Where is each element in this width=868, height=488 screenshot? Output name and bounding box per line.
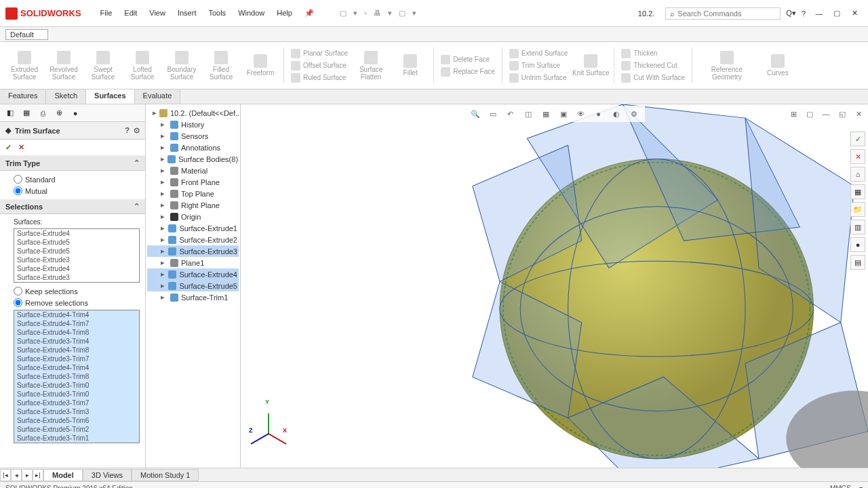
bottom-tab-motion[interactable]: Motion Study 1 xyxy=(132,469,199,481)
freeform-button[interactable]: Freeform xyxy=(241,45,279,86)
filled-surface-button[interactable]: Filled Surface xyxy=(202,45,240,86)
units-label[interactable]: MMGS xyxy=(830,485,851,488)
planar-surface-button[interactable]: Planar Surface xyxy=(288,48,351,59)
ok-button[interactable]: ✓ xyxy=(5,143,12,152)
print-icon[interactable]: 🖶 xyxy=(374,9,381,18)
tree-item[interactable]: ▸Surface-Trim1 xyxy=(147,291,239,303)
list-item[interactable]: Surface-Extrude4 xyxy=(14,229,139,238)
view-palette-icon[interactable]: ▥ xyxy=(850,220,865,235)
mutual-radio[interactable]: Mutual xyxy=(14,185,140,197)
list-item[interactable]: Surface-Extrude5 xyxy=(14,238,139,247)
design-library-icon[interactable]: ▦ xyxy=(850,184,865,199)
section-view-icon[interactable]: ◫ xyxy=(521,107,535,121)
save-icon[interactable]: ▫ xyxy=(364,9,367,18)
list-item[interactable]: Surface-Extrude3-Trim4 xyxy=(14,337,139,346)
keep-selections-radio[interactable]: Keep selections xyxy=(14,285,140,297)
edit-appearance-icon[interactable]: ● xyxy=(592,107,606,121)
list-item[interactable]: Surface-Extrude4 xyxy=(14,264,139,273)
list-item[interactable]: Surface-Extrude3-Trim7 xyxy=(14,354,139,363)
cancel-button[interactable]: ✕ xyxy=(18,143,24,152)
list-item[interactable]: Surface-Extrude3 xyxy=(14,256,139,264)
close-icon[interactable]: ✕ xyxy=(846,7,863,20)
settings-icon[interactable]: ▾ xyxy=(412,9,416,18)
search-dropdown-icon[interactable]: Q▾ xyxy=(786,9,796,18)
file-explorer-icon[interactable]: 📁 xyxy=(850,202,865,217)
list-item[interactable]: Surface-Extrude3-Trim3 xyxy=(14,407,139,416)
list-item[interactable]: Surface-Extrude3-Trim0 xyxy=(14,390,139,399)
tree-item[interactable]: ▸Surface-Extrude2 xyxy=(147,234,239,245)
dim-tab-icon[interactable]: ⊕ xyxy=(52,106,66,120)
tab-evaluate[interactable]: Evaluate xyxy=(135,89,181,104)
list-item[interactable]: Surface-Extrude4-Trim8 xyxy=(14,346,139,354)
extruded-surface-button[interactable]: Extruded Surface xyxy=(5,45,43,86)
list-item[interactable]: Surface-Extrude4-Trim7 xyxy=(14,319,139,328)
zoom-area-icon[interactable]: ▭ xyxy=(486,107,500,121)
knit-surface-button[interactable]: Knit Surface xyxy=(572,45,610,86)
pin-icon[interactable]: 📌 xyxy=(299,6,319,20)
reference-geometry-button[interactable]: Reference Geometry xyxy=(696,45,757,86)
custom-props-icon[interactable]: ▤ xyxy=(850,255,865,270)
replace-face-button[interactable]: Replace Face xyxy=(438,66,498,77)
pin-panel-icon[interactable]: ⊙ xyxy=(134,126,140,135)
search-input[interactable] xyxy=(677,9,766,18)
search-commands[interactable]: ⌕ xyxy=(665,7,781,20)
hide-show-icon[interactable]: 👁 xyxy=(574,107,588,121)
tree-item[interactable]: ▸Surface Bodies(8) xyxy=(147,153,239,165)
vp-link-icon[interactable]: ⊞ xyxy=(787,107,800,121)
resources-icon[interactable]: ⌂ xyxy=(850,167,865,182)
menu-view[interactable]: View xyxy=(144,6,171,20)
boundary-surface-button[interactable]: Boundary Surface xyxy=(163,45,201,86)
tree-item[interactable]: ▸Plane1 xyxy=(147,257,239,268)
rebuild-icon[interactable]: ▢ xyxy=(399,9,406,18)
surface-flatten-button[interactable]: Surface Flatten xyxy=(352,45,390,86)
appearances-icon[interactable]: ● xyxy=(850,237,865,252)
tree-item[interactable]: ▸Surface-Extrude4 xyxy=(147,268,239,280)
tab-nav-last-icon[interactable]: ▸| xyxy=(33,469,43,481)
menu-window[interactable]: Window xyxy=(233,6,270,20)
tree-item[interactable]: ▸Front Plane xyxy=(147,176,239,188)
tree-root[interactable]: ▸ 10.2. (Default<<Def... xyxy=(147,107,239,119)
surfaces-listbox[interactable]: Surface-Extrude4Surface-Extrude5Surface-… xyxy=(14,228,140,283)
tab-surfaces[interactable]: Surfaces xyxy=(86,89,134,104)
standard-radio[interactable]: Standard xyxy=(14,174,140,185)
selections-header[interactable]: Selections⌃ xyxy=(0,199,145,214)
appearance-tab-icon[interactable]: ● xyxy=(68,106,83,120)
fillet-button[interactable]: Fillet xyxy=(391,45,429,86)
vp-restore-icon[interactable]: ◱ xyxy=(835,107,849,121)
vp-minimize-icon[interactable]: — xyxy=(819,107,833,121)
help-panel-icon[interactable]: ? xyxy=(125,126,130,135)
list-item[interactable]: Surface-Extrude3-Trim8 xyxy=(14,372,139,381)
view-triad[interactable]: Y X Z xyxy=(248,400,288,441)
vp-close-icon[interactable]: ✕ xyxy=(852,107,865,121)
tab-nav-prev-icon[interactable]: ◂ xyxy=(11,469,22,481)
menu-insert[interactable]: Insert xyxy=(172,6,202,20)
list-item[interactable]: Surface-Extrude5-Trim6 xyxy=(14,416,139,425)
list-item[interactable]: Surface-Extrude4-Trim4 xyxy=(14,363,139,372)
menu-edit[interactable]: Edit xyxy=(119,6,142,20)
display-style-icon[interactable]: ▣ xyxy=(557,107,570,121)
maximize-icon[interactable]: ▢ xyxy=(829,7,845,20)
offset-surface-button[interactable]: Offset Surface xyxy=(288,60,351,71)
minimize-icon[interactable]: — xyxy=(811,7,827,20)
tree-item[interactable]: ▸Annotations xyxy=(147,142,239,153)
open-icon[interactable]: ▾ xyxy=(353,9,357,18)
ruled-surface-button[interactable]: Ruled Surface xyxy=(288,73,351,83)
thickened-cut-button[interactable]: Thickened Cut xyxy=(618,60,688,71)
viewport[interactable]: 🔍 ▭ ↶ ◫ ▦ ▣ 👁 ● ◐ ⚙ ⊞ ▢ — ◱ ✕ ✓ ✕ ⌂ ▦ 📁 … xyxy=(241,104,868,468)
tree-item[interactable]: ▸Origin xyxy=(147,211,239,222)
tree-item[interactable]: ▸Top Plane xyxy=(147,188,239,199)
tab-nav-next-icon[interactable]: ▸ xyxy=(22,469,33,481)
tree-item[interactable]: ▸Right Plane xyxy=(147,199,239,211)
confirm-corner-ok-icon[interactable]: ✓ xyxy=(850,131,865,146)
zoom-fit-icon[interactable]: 🔍 xyxy=(469,107,482,121)
extend-surface-button[interactable]: Extend Surface xyxy=(507,48,570,59)
list-item[interactable]: Surface-Extrude3-Trim1 xyxy=(14,434,139,443)
swept-surface-button[interactable]: Swept Surface xyxy=(84,45,122,86)
list-item[interactable]: Surface-Extrude5 xyxy=(14,247,139,256)
vp-maximize-icon[interactable]: ▢ xyxy=(803,107,816,121)
list-item[interactable]: Surface-Extrude3-Trim7 xyxy=(14,399,139,407)
trim-surface-button[interactable]: Trim Surface xyxy=(507,60,570,71)
bottom-tab-model[interactable]: Model xyxy=(43,469,83,481)
untrim-surface-button[interactable]: Untrim Surface xyxy=(507,73,570,83)
config-tab-icon[interactable]: ⎙ xyxy=(35,106,50,120)
